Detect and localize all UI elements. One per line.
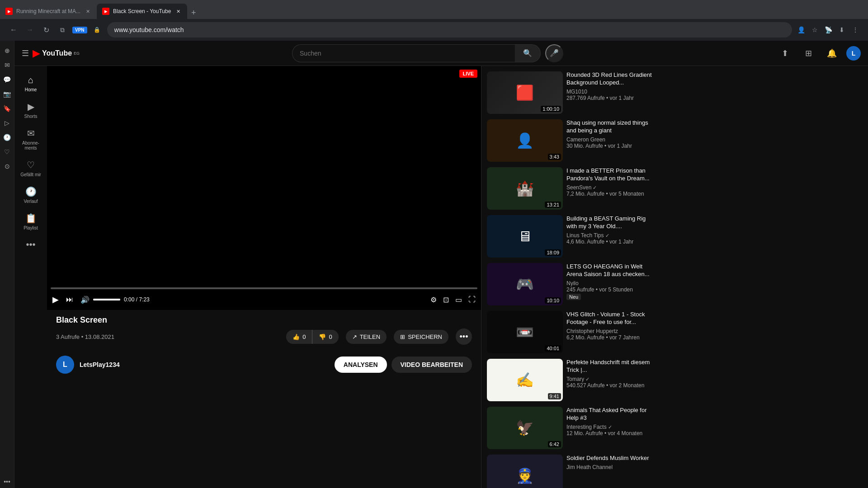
sidebar-item-shorts[interactable]: ▶ Shorts	[15, 98, 46, 122]
rec-title: Soldier Defends Muslim Worker	[566, 455, 656, 462]
channel-avatar[interactable]: L	[56, 356, 74, 374]
volume-slider[interactable]	[93, 299, 120, 300]
refresh-button[interactable]: ↻	[40, 23, 52, 36]
rec-title: LETS GO HAEGANG in Welt Arena Saison 18 …	[566, 263, 656, 278]
browser-sidebar-btn-7[interactable]: 🕐	[1, 131, 14, 144]
rec-info: I made a BETTER Prison than Pandora's Va…	[566, 167, 656, 210]
sidebar-item-more[interactable]: •••	[15, 236, 46, 253]
progress-bar[interactable]	[51, 287, 477, 289]
more-options-button[interactable]: •••	[456, 328, 472, 345]
search-button[interactable]: 🔍	[515, 44, 541, 62]
tab-title-minecraft: Running Minecraft at MA...	[16, 8, 80, 14]
rec-channel: Jim Heath Channel	[566, 464, 656, 470]
cast-icon[interactable]: 📡	[823, 24, 834, 35]
shorts-icon: ▶	[28, 101, 34, 112]
miniplayer-button[interactable]: ⊡	[441, 294, 451, 306]
verified-icon: ✓	[607, 424, 612, 430]
recommendation-item[interactable]: 📼40:01VHS Glitch - Volume 1 - Stock Foot…	[487, 311, 656, 353]
apps-button[interactable]: ⊞	[799, 44, 817, 62]
sidebar-item-home-label: Home	[25, 87, 37, 92]
browser-sidebar-btn-2[interactable]: ✉	[1, 59, 14, 71]
like-button[interactable]: 👍 0	[286, 330, 312, 344]
sidebar-item-history[interactable]: 🕐 Verlauf	[15, 183, 46, 207]
volume-button[interactable]: 🔊	[79, 294, 91, 306]
settings-button[interactable]: ⚙	[429, 294, 439, 306]
stats-separator: •	[81, 333, 85, 340]
edit-video-button[interactable]: VIDEO BEARBEITEN	[392, 357, 472, 373]
address-input[interactable]	[107, 22, 792, 38]
vpn-badge[interactable]: VPN	[72, 27, 87, 33]
recommendation-item[interactable]: 👤3:43Shaq using normal sized things and …	[487, 119, 656, 162]
recommendation-item[interactable]: 🦅6:42Animals That Asked People for Help …	[487, 407, 656, 449]
rec-info: Animals That Asked People for Help #3Int…	[566, 407, 656, 449]
fullscreen-button[interactable]: ⛶	[467, 294, 477, 305]
next-button[interactable]: ⏭	[64, 294, 75, 305]
sidebar-item-subscriptions[interactable]: ✉ Abonne-ments	[15, 124, 46, 154]
liked-icon: ♡	[27, 160, 35, 170]
settings-icon[interactable]: ⋮	[850, 24, 861, 35]
rec-duration: 13:21	[545, 202, 561, 208]
tab-close-blackscreen[interactable]: ✕	[175, 8, 182, 15]
recommendation-item[interactable]: 🏰13:21I made a BETTER Prison than Pandor…	[487, 167, 656, 210]
browser-sidebar-btn-5[interactable]: 🔖	[1, 102, 14, 115]
browser-sidebar-btn-6[interactable]: ▷	[1, 117, 14, 129]
sidebar-item-playlist[interactable]: 📋 Playlist	[15, 209, 46, 234]
youtube-main: ☰ ▶ YouTube EG 🔍 🎤 ⬆ ⊞ 🔔 L	[14, 41, 868, 488]
back-button[interactable]: ←	[7, 23, 20, 36]
hamburger-menu[interactable]: ☰	[22, 48, 29, 58]
recommendation-item[interactable]: 🖥18:09Building a BEAST Gaming Rig with m…	[487, 215, 656, 258]
video-info: Black Screen 3 Aufrufe • 13.08.2021	[47, 310, 481, 350]
browser-sidebar-btn-3[interactable]: 💬	[1, 73, 14, 86]
forward-button[interactable]: →	[24, 23, 36, 36]
recommendation-item[interactable]: ✍9:41Perfekte Handschrift mit diesem Tri…	[487, 359, 656, 401]
video-player-container: LIVE ▶ ⏭	[47, 66, 481, 310]
more-icon: •••	[26, 239, 35, 250]
recommendation-item[interactable]: 🎮10:10LETS GO HAEGANG in Welt Arena Sais…	[487, 263, 656, 305]
dislike-button[interactable]: 👎 0	[312, 330, 338, 344]
recommendation-item[interactable]: 🟥1:00:10Rounded 3D Red Lines Gradient Ba…	[487, 71, 656, 114]
recommendation-item[interactable]: 👮Soldier Defends Muslim WorkerJim Heath …	[487, 455, 656, 488]
youtube-logo[interactable]: ▶ YouTube EG	[33, 47, 80, 59]
upload-date: 13.08.2021	[85, 333, 114, 340]
search-input[interactable]	[292, 44, 515, 62]
video-actions: 👍 0 👎 0 ↗	[286, 328, 472, 345]
tab-blackscreen[interactable]: ▶ Black Screen - YouTube ✕	[97, 4, 187, 19]
dislike-count: 0	[329, 333, 332, 340]
browser-sidebar-btn-1[interactable]: ⊕	[1, 44, 14, 57]
tab-minecraft[interactable]: ▶ Running Minecraft at MA... ✕	[0, 4, 97, 19]
new-tab-button[interactable]: +	[187, 6, 200, 19]
player-right-controls: ⚙ ⊡ ▭ ⛶	[429, 294, 477, 306]
save-button[interactable]: ⊞ SPEICHERN	[394, 330, 448, 344]
upload-button[interactable]: ⬆	[776, 44, 794, 62]
download-icon[interactable]: ⬇	[836, 24, 847, 35]
theater-button[interactable]: ▭	[453, 294, 464, 306]
tab-close-minecraft[interactable]: ✕	[84, 8, 91, 15]
extensions-button[interactable]: ⧉	[56, 23, 69, 36]
video-player[interactable]: LIVE ▶ ⏭	[47, 66, 481, 310]
rec-duration: 3:43	[548, 154, 561, 160]
thumbs-down-icon: 👎	[319, 333, 326, 340]
browser-sidebar-btn-10[interactable]: •••	[1, 475, 14, 488]
browser-sidebar-btn-4[interactable]: 📷	[1, 88, 14, 100]
analyze-button[interactable]: ANALYSEN	[335, 357, 387, 373]
tab-favicon-blackscreen: ▶	[102, 8, 109, 15]
rec-duration: 10:10	[545, 297, 561, 304]
profile-icon[interactable]: 👤	[796, 24, 807, 35]
user-avatar[interactable]: L	[846, 46, 861, 61]
rec-info: VHS Glitch - Volume 1 - Stock Footage - …	[566, 311, 656, 353]
tab-title-blackscreen: Black Screen - YouTube	[113, 8, 171, 14]
save-label: SPEICHERN	[408, 333, 442, 340]
browser-sidebar-btn-9[interactable]: ⊙	[1, 160, 14, 173]
rec-stats: 540.527 Aufrufe • vor 2 Monaten	[566, 382, 656, 389]
browser-sidebar-btn-8[interactable]: ♡	[1, 145, 14, 158]
share-button[interactable]: ↗ TEILEN	[346, 330, 387, 344]
rec-channel: Nyilo	[566, 280, 656, 286]
channel-name[interactable]: LetsPlay1234	[80, 361, 120, 368]
sidebar-item-home[interactable]: ⌂ Home	[15, 71, 46, 96]
star-icon[interactable]: ☆	[809, 24, 820, 35]
notifications-button[interactable]: 🔔	[823, 44, 841, 62]
play-button[interactable]: ▶	[51, 293, 61, 306]
sidebar-item-liked[interactable]: ♡ Gefällt mir	[15, 156, 46, 181]
mic-button[interactable]: 🎤	[545, 44, 563, 62]
rec-thumbnail: 🎮10:10	[487, 263, 563, 305]
